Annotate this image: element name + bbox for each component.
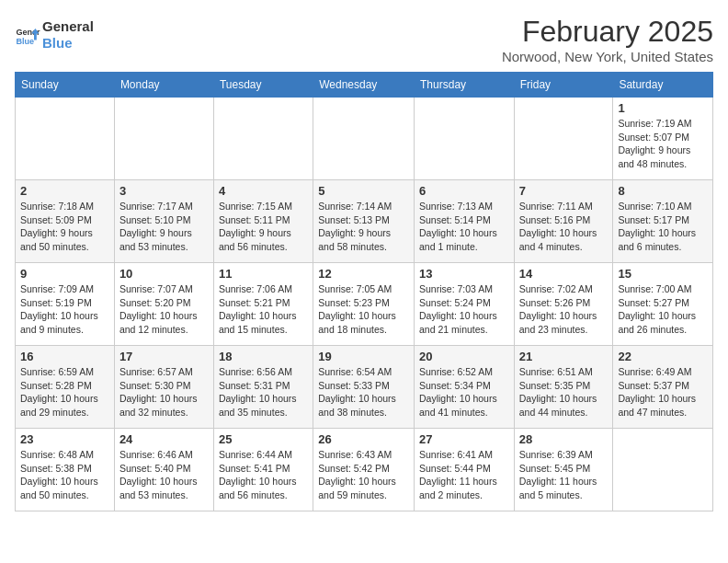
calendar-cell: 7Sunrise: 7:11 AM Sunset: 5:16 PM Daylig… bbox=[514, 180, 613, 263]
calendar-cell: 22Sunrise: 6:49 AM Sunset: 5:37 PM Dayli… bbox=[613, 346, 713, 429]
calendar-table: SundayMondayTuesdayWednesdayThursdayFrid… bbox=[15, 72, 713, 511]
day-info: Sunrise: 7:09 AM Sunset: 5:19 PM Dayligh… bbox=[20, 282, 109, 337]
header-day-wednesday: Wednesday bbox=[313, 73, 415, 98]
logo: General Blue General Blue bbox=[15, 18, 94, 52]
day-info: Sunrise: 6:46 AM Sunset: 5:40 PM Dayligh… bbox=[119, 448, 209, 502]
day-info: Sunrise: 6:39 AM Sunset: 5:45 PM Dayligh… bbox=[519, 448, 609, 502]
day-info: Sunrise: 7:07 AM Sunset: 5:20 PM Dayligh… bbox=[119, 282, 209, 337]
day-info: Sunrise: 6:41 AM Sunset: 5:44 PM Dayligh… bbox=[419, 448, 509, 502]
calendar-cell: 5Sunrise: 7:14 AM Sunset: 5:13 PM Daylig… bbox=[313, 180, 415, 263]
calendar-cell: 2Sunrise: 7:18 AM Sunset: 5:09 PM Daylig… bbox=[16, 180, 115, 263]
calendar-cell: 4Sunrise: 7:15 AM Sunset: 5:11 PM Daylig… bbox=[213, 180, 313, 263]
calendar-cell: 12Sunrise: 7:05 AM Sunset: 5:23 PM Dayli… bbox=[313, 263, 415, 346]
title-section: February 2025 Norwood, New York, United … bbox=[502, 15, 713, 64]
header-day-friday: Friday bbox=[514, 73, 613, 98]
calendar-cell: 17Sunrise: 6:57 AM Sunset: 5:30 PM Dayli… bbox=[114, 346, 213, 429]
calendar-cell: 14Sunrise: 7:02 AM Sunset: 5:26 PM Dayli… bbox=[514, 263, 613, 346]
day-info: Sunrise: 6:54 AM Sunset: 5:33 PM Dayligh… bbox=[318, 365, 409, 419]
calendar-cell: 8Sunrise: 7:10 AM Sunset: 5:17 PM Daylig… bbox=[613, 180, 713, 263]
calendar-week-row: 2Sunrise: 7:18 AM Sunset: 5:09 PM Daylig… bbox=[16, 180, 713, 263]
calendar-cell: 13Sunrise: 7:03 AM Sunset: 5:24 PM Dayli… bbox=[415, 263, 515, 346]
day-info: Sunrise: 6:48 AM Sunset: 5:38 PM Dayligh… bbox=[20, 448, 109, 502]
day-number: 3 bbox=[119, 184, 209, 198]
day-info: Sunrise: 6:52 AM Sunset: 5:34 PM Dayligh… bbox=[419, 365, 509, 419]
day-info: Sunrise: 6:49 AM Sunset: 5:37 PM Dayligh… bbox=[618, 365, 708, 419]
day-info: Sunrise: 6:56 AM Sunset: 5:31 PM Dayligh… bbox=[219, 365, 308, 419]
calendar-cell: 19Sunrise: 6:54 AM Sunset: 5:33 PM Dayli… bbox=[313, 346, 415, 429]
header-day-monday: Monday bbox=[114, 73, 213, 98]
calendar-week-row: 1Sunrise: 7:19 AM Sunset: 5:07 PM Daylig… bbox=[16, 98, 713, 180]
calendar-cell bbox=[415, 98, 515, 180]
day-number: 11 bbox=[219, 267, 308, 281]
day-number: 9 bbox=[20, 267, 109, 281]
header-day-tuesday: Tuesday bbox=[213, 73, 313, 98]
day-info: Sunrise: 6:57 AM Sunset: 5:30 PM Dayligh… bbox=[119, 365, 209, 419]
day-info: Sunrise: 7:10 AM Sunset: 5:17 PM Dayligh… bbox=[618, 200, 708, 254]
calendar-cell: 24Sunrise: 6:46 AM Sunset: 5:40 PM Dayli… bbox=[114, 429, 213, 511]
day-number: 14 bbox=[519, 267, 609, 281]
calendar-week-row: 23Sunrise: 6:48 AM Sunset: 5:38 PM Dayli… bbox=[16, 429, 713, 511]
day-info: Sunrise: 7:18 AM Sunset: 5:09 PM Dayligh… bbox=[20, 200, 109, 254]
day-info: Sunrise: 6:59 AM Sunset: 5:28 PM Dayligh… bbox=[20, 365, 109, 419]
day-number: 24 bbox=[119, 432, 209, 446]
day-number: 23 bbox=[20, 432, 109, 446]
calendar-cell bbox=[16, 98, 115, 180]
calendar-cell: 3Sunrise: 7:17 AM Sunset: 5:10 PM Daylig… bbox=[114, 180, 213, 263]
header-day-sunday: Sunday bbox=[16, 73, 115, 98]
calendar-week-row: 9Sunrise: 7:09 AM Sunset: 5:19 PM Daylig… bbox=[16, 263, 713, 346]
header-day-thursday: Thursday bbox=[415, 73, 515, 98]
header: General Blue General Blue February 2025 … bbox=[15, 15, 713, 64]
day-number: 10 bbox=[119, 267, 209, 281]
calendar-cell: 20Sunrise: 6:52 AM Sunset: 5:34 PM Dayli… bbox=[415, 346, 515, 429]
day-number: 18 bbox=[219, 350, 308, 363]
day-number: 19 bbox=[318, 350, 409, 363]
day-number: 1 bbox=[618, 101, 708, 115]
day-number: 26 bbox=[318, 432, 409, 446]
logo-icon: General Blue bbox=[15, 22, 40, 48]
logo-general: General bbox=[42, 18, 94, 35]
day-info: Sunrise: 7:14 AM Sunset: 5:13 PM Dayligh… bbox=[318, 200, 409, 254]
day-info: Sunrise: 7:11 AM Sunset: 5:16 PM Dayligh… bbox=[519, 200, 609, 254]
calendar-cell bbox=[514, 98, 613, 180]
day-info: Sunrise: 6:44 AM Sunset: 5:41 PM Dayligh… bbox=[219, 448, 308, 502]
day-number: 16 bbox=[20, 350, 109, 363]
calendar-cell: 16Sunrise: 6:59 AM Sunset: 5:28 PM Dayli… bbox=[16, 346, 115, 429]
calendar-cell bbox=[213, 98, 313, 180]
svg-text:Blue: Blue bbox=[16, 37, 34, 46]
day-number: 17 bbox=[119, 350, 209, 363]
day-number: 27 bbox=[419, 432, 509, 446]
day-number: 6 bbox=[419, 184, 509, 198]
header-day-saturday: Saturday bbox=[613, 73, 713, 98]
calendar-cell bbox=[613, 429, 713, 511]
calendar-cell: 15Sunrise: 7:00 AM Sunset: 5:27 PM Dayli… bbox=[613, 263, 713, 346]
logo-blue: Blue bbox=[42, 35, 94, 52]
calendar-cell: 10Sunrise: 7:07 AM Sunset: 5:20 PM Dayli… bbox=[114, 263, 213, 346]
calendar-cell: 26Sunrise: 6:43 AM Sunset: 5:42 PM Dayli… bbox=[313, 429, 415, 511]
calendar-cell: 27Sunrise: 6:41 AM Sunset: 5:44 PM Dayli… bbox=[415, 429, 515, 511]
day-number: 22 bbox=[618, 350, 708, 363]
main-title: February 2025 bbox=[502, 15, 713, 49]
day-info: Sunrise: 7:17 AM Sunset: 5:10 PM Dayligh… bbox=[119, 200, 209, 254]
day-number: 12 bbox=[318, 267, 409, 281]
calendar-cell: 18Sunrise: 6:56 AM Sunset: 5:31 PM Dayli… bbox=[213, 346, 313, 429]
day-info: Sunrise: 7:03 AM Sunset: 5:24 PM Dayligh… bbox=[419, 282, 509, 337]
day-number: 4 bbox=[219, 184, 308, 198]
day-info: Sunrise: 7:15 AM Sunset: 5:11 PM Dayligh… bbox=[219, 200, 308, 254]
calendar-cell: 28Sunrise: 6:39 AM Sunset: 5:45 PM Dayli… bbox=[514, 429, 613, 511]
calendar-cell bbox=[114, 98, 213, 180]
day-info: Sunrise: 6:43 AM Sunset: 5:42 PM Dayligh… bbox=[318, 448, 409, 502]
day-number: 25 bbox=[219, 432, 308, 446]
day-info: Sunrise: 7:19 AM Sunset: 5:07 PM Dayligh… bbox=[618, 117, 708, 171]
day-info: Sunrise: 7:00 AM Sunset: 5:27 PM Dayligh… bbox=[618, 282, 708, 337]
calendar-cell: 23Sunrise: 6:48 AM Sunset: 5:38 PM Dayli… bbox=[16, 429, 115, 511]
day-number: 28 bbox=[519, 432, 609, 446]
day-number: 15 bbox=[618, 267, 708, 281]
day-info: Sunrise: 7:02 AM Sunset: 5:26 PM Dayligh… bbox=[519, 282, 609, 337]
calendar-week-row: 16Sunrise: 6:59 AM Sunset: 5:28 PM Dayli… bbox=[16, 346, 713, 429]
day-number: 2 bbox=[20, 184, 109, 198]
day-number: 8 bbox=[618, 184, 708, 198]
calendar-cell: 11Sunrise: 7:06 AM Sunset: 5:21 PM Dayli… bbox=[213, 263, 313, 346]
day-number: 7 bbox=[519, 184, 609, 198]
calendar-cell: 1Sunrise: 7:19 AM Sunset: 5:07 PM Daylig… bbox=[613, 98, 713, 180]
day-info: Sunrise: 7:13 AM Sunset: 5:14 PM Dayligh… bbox=[419, 200, 509, 254]
